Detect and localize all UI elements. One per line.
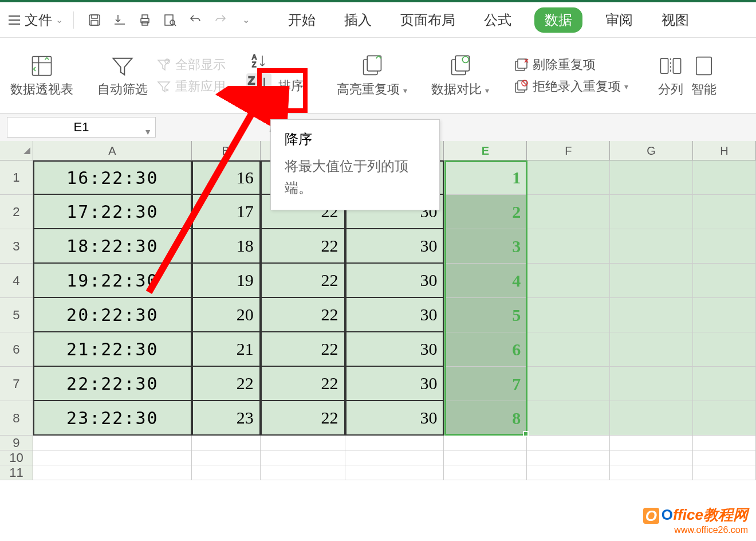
cell[interactable] — [444, 436, 527, 450]
tab-review[interactable]: 审阅 — [600, 7, 639, 33]
cell[interactable] — [345, 450, 444, 465]
cell[interactable]: 4 — [444, 264, 527, 298]
tab-layout[interactable]: 页面布局 — [395, 7, 461, 33]
cell[interactable] — [610, 332, 693, 367]
cell[interactable] — [693, 450, 756, 465]
cell[interactable] — [610, 436, 693, 450]
cell[interactable] — [610, 450, 693, 465]
cell[interactable] — [261, 465, 345, 480]
row-header[interactable]: 8 — [0, 401, 33, 436]
cell[interactable] — [527, 436, 610, 450]
cell[interactable] — [527, 367, 610, 401]
col-header-h[interactable]: H — [693, 141, 756, 160]
row-header[interactable]: 3 — [0, 229, 33, 264]
cell[interactable]: 30 — [345, 229, 444, 264]
cell[interactable] — [693, 229, 756, 264]
cell[interactable]: 1 — [444, 160, 527, 195]
highlight-dup-button[interactable]: 高亮重复项 ▾ — [337, 53, 407, 98]
cell[interactable] — [610, 367, 693, 401]
cell[interactable]: 20 — [192, 298, 261, 332]
cell[interactable]: 3 — [444, 229, 527, 264]
cell[interactable] — [192, 436, 261, 450]
cell[interactable] — [33, 465, 192, 480]
cell[interactable]: 2 — [444, 195, 527, 229]
cell[interactable] — [527, 465, 610, 480]
cell[interactable] — [610, 229, 693, 264]
cell[interactable] — [693, 160, 756, 195]
remove-dup-button[interactable]: 剔除重复项 — [513, 56, 628, 73]
cell[interactable] — [610, 160, 693, 195]
cell[interactable]: 5 — [444, 298, 527, 332]
row-header[interactable]: 7 — [0, 367, 33, 401]
tab-view[interactable]: 视图 — [656, 7, 695, 33]
cell[interactable]: 30 — [345, 332, 444, 367]
cell[interactable] — [610, 264, 693, 298]
print-icon[interactable] — [135, 10, 155, 30]
pivot-table-button[interactable]: 数据透视表 — [10, 53, 73, 98]
cell[interactable] — [444, 450, 527, 465]
cell[interactable]: 22 — [261, 229, 345, 264]
cell[interactable]: 22 — [261, 367, 345, 401]
cell[interactable] — [527, 450, 610, 465]
row-header[interactable]: 10 — [0, 450, 33, 465]
cell[interactable] — [345, 465, 444, 480]
qat-dropdown-icon[interactable]: ⌄ — [235, 10, 256, 30]
cell[interactable]: 18:22:30 — [33, 229, 192, 264]
cell[interactable]: 23 — [192, 401, 261, 436]
col-header-g[interactable]: G — [610, 141, 693, 160]
cell[interactable] — [693, 401, 756, 436]
cell[interactable] — [610, 401, 693, 436]
cell[interactable] — [693, 465, 756, 480]
row-header[interactable]: 4 — [0, 264, 33, 298]
cell[interactable]: 17 — [192, 195, 261, 229]
cell[interactable]: 6 — [444, 332, 527, 367]
cell[interactable] — [192, 450, 261, 465]
tab-insert[interactable]: 插入 — [338, 7, 377, 33]
cell[interactable] — [527, 264, 610, 298]
data-compare-button[interactable]: 数据对比 ▾ — [431, 53, 489, 98]
cell[interactable]: 23:22:30 — [33, 401, 192, 436]
col-header-f[interactable]: F — [527, 141, 610, 160]
cell[interactable] — [261, 450, 345, 465]
cell[interactable]: 22 — [261, 298, 345, 332]
cell[interactable]: 20:22:30 — [33, 298, 192, 332]
cell[interactable] — [527, 332, 610, 367]
row-header[interactable]: 2 — [0, 195, 33, 229]
hamburger-icon[interactable] — [9, 15, 20, 25]
row-header[interactable]: 1 — [0, 160, 33, 195]
sort-asc-button[interactable]: AZ — [251, 53, 304, 69]
cell[interactable]: 7 — [444, 367, 527, 401]
cell[interactable] — [527, 298, 610, 332]
cell[interactable]: 22 — [192, 367, 261, 401]
cell[interactable] — [693, 436, 756, 450]
cell[interactable]: 19:22:30 — [33, 264, 192, 298]
file-menu[interactable]: 文件⌄ — [25, 11, 63, 29]
cell[interactable] — [527, 401, 610, 436]
cell[interactable] — [192, 465, 261, 480]
cell[interactable] — [610, 465, 693, 480]
col-header-e[interactable]: E — [444, 141, 527, 160]
cell[interactable]: 21 — [192, 332, 261, 367]
cell[interactable] — [693, 367, 756, 401]
preview-icon[interactable] — [160, 10, 180, 30]
cell[interactable]: 8 — [444, 401, 527, 436]
cell[interactable] — [527, 195, 610, 229]
cell[interactable]: 18 — [192, 229, 261, 264]
cell[interactable] — [693, 264, 756, 298]
name-box[interactable]: E1 ▼ — [7, 117, 156, 138]
tab-start[interactable]: 开始 — [282, 7, 321, 33]
cell[interactable] — [33, 436, 192, 450]
tab-data[interactable]: 数据 — [534, 7, 582, 33]
cell[interactable] — [693, 298, 756, 332]
row-header[interactable]: 9 — [0, 436, 33, 450]
col-header-a[interactable]: A — [33, 141, 192, 160]
cell[interactable] — [693, 332, 756, 367]
cell[interactable]: 22 — [261, 332, 345, 367]
cell[interactable]: 22 — [261, 401, 345, 436]
select-all-corner[interactable] — [0, 141, 33, 160]
save-icon[interactable] — [84, 10, 105, 30]
split-button[interactable]: 分列 — [658, 53, 683, 98]
row-header[interactable]: 11 — [0, 465, 33, 480]
tab-formula[interactable]: 公式 — [478, 7, 517, 33]
cell[interactable]: 16 — [192, 160, 261, 195]
